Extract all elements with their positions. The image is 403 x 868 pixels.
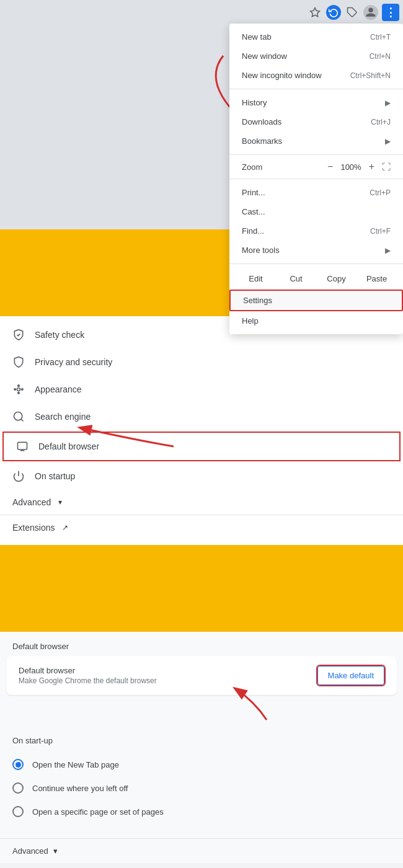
default-browser-card-title: Default browser — [19, 666, 157, 675]
star-icon[interactable] — [308, 5, 322, 20]
extensions-row[interactable]: Extensions ↗ — [0, 515, 403, 540]
startup-section-header: On start-up — [12, 736, 391, 745]
startup-option-specific-page[interactable]: Open a specific page or set of pages — [12, 800, 391, 823]
svg-point-5 — [22, 389, 24, 391]
edit-button[interactable]: Edit — [236, 270, 276, 287]
menu-item-find[interactable]: Find... Ctrl+F — [229, 221, 403, 241]
default-browser-content: Default browser Default browser Make Goo… — [0, 632, 403, 863]
privacy-icon — [12, 356, 25, 368]
appearance-icon — [12, 383, 25, 396]
menu-divider-3 — [229, 179, 403, 179]
menu-divider-4 — [229, 264, 403, 264]
menu-item-new-window[interactable]: New window Ctrl+N — [229, 46, 403, 66]
menu-divider-1 — [229, 89, 403, 89]
sidebar-item-on-startup[interactable]: On startup — [0, 463, 403, 490]
copy-button[interactable]: Copy — [316, 270, 356, 287]
radio-continue[interactable] — [12, 782, 24, 794]
radio-specific-page[interactable] — [12, 806, 24, 817]
sidebar-item-default-browser[interactable]: Default browser — [2, 432, 401, 461]
menu-item-settings[interactable]: Settings — [229, 290, 403, 311]
chrome-refresh-icon[interactable] — [326, 5, 341, 20]
menu-divider-2 — [229, 154, 403, 155]
menu-item-print[interactable]: Print... Ctrl+P — [229, 183, 403, 202]
svg-rect-10 — [18, 442, 27, 450]
svg-point-8 — [14, 412, 22, 420]
yellow-section-2 — [0, 545, 403, 632]
advanced-row[interactable]: Advanced ▾ — [0, 490, 403, 515]
svg-marker-0 — [311, 8, 320, 17]
browser-dropdown-menu: New tab Ctrl+T New window Ctrl+N New inc… — [229, 24, 403, 334]
paste-button[interactable]: Paste — [356, 270, 397, 287]
menu-item-downloads[interactable]: Downloads Ctrl+J — [229, 112, 403, 131]
svg-point-3 — [17, 388, 20, 391]
fullscreen-button[interactable]: ⛶ — [382, 162, 391, 172]
avatar-icon[interactable] — [363, 5, 378, 20]
radio-new-tab[interactable] — [12, 759, 24, 770]
sidebar-item-appearance[interactable]: Appearance — [0, 376, 403, 403]
startup-option-new-tab[interactable]: Open the New Tab page — [12, 753, 391, 776]
menu-item-bookmarks[interactable]: Bookmarks ▶ — [229, 131, 403, 151]
default-browser-card-subtitle: Make Google Chrome the default browser — [19, 676, 157, 685]
menu-item-cast[interactable]: Cast... — [229, 202, 403, 221]
zoom-value: 100% — [340, 162, 361, 172]
bottom-advanced-arrow-icon: ▾ — [53, 846, 58, 856]
on-startup-icon — [12, 470, 25, 482]
sidebar-item-privacy-security[interactable]: Privacy and security — [0, 348, 403, 376]
startup-section: On start-up Open the New Tab page Contin… — [0, 726, 403, 828]
zoom-plus-button[interactable]: + — [369, 161, 374, 172]
edit-row: Edit Cut Copy Paste — [229, 268, 403, 290]
search-engine-icon — [12, 410, 25, 423]
default-browser-card: Default browser Make Google Chrome the d… — [6, 656, 397, 695]
bottom-advanced-row[interactable]: Advanced ▾ — [0, 838, 403, 863]
safety-check-icon — [12, 329, 25, 341]
cut-button[interactable]: Cut — [276, 270, 316, 287]
menu-item-more-tools[interactable]: More tools ▶ — [229, 241, 403, 260]
menu-item-help[interactable]: Help — [229, 311, 403, 330]
startup-option-continue[interactable]: Continue where you left off — [12, 776, 391, 800]
menu-item-history[interactable]: History ▶ — [229, 93, 403, 112]
zoom-minus-button[interactable]: − — [327, 161, 333, 172]
default-browser-section-header: Default browser — [0, 632, 403, 656]
default-browser-card-text: Default browser Make Google Chrome the d… — [19, 666, 157, 685]
svg-line-9 — [21, 419, 24, 422]
settings-sidebar: Safety check Privacy and security Appear… — [0, 316, 403, 545]
make-default-button[interactable]: Make default — [317, 666, 384, 685]
svg-point-7 — [14, 389, 16, 391]
three-dots-menu-button[interactable]: ⋮ — [382, 4, 399, 21]
svg-point-6 — [18, 392, 20, 394]
arrow-to-make-default — [174, 683, 298, 726]
advanced-chevron-icon: ▾ — [58, 498, 62, 507]
menu-item-new-tab[interactable]: New tab Ctrl+T — [229, 27, 403, 46]
svg-point-4 — [18, 385, 20, 387]
external-link-icon: ↗ — [62, 523, 68, 532]
sidebar-item-search-engine[interactable]: Search engine — [0, 403, 403, 430]
zoom-control: Zoom − 100% + ⛶ — [229, 159, 403, 175]
default-browser-icon — [16, 440, 29, 453]
puzzle-icon[interactable] — [345, 5, 360, 20]
menu-item-new-incognito[interactable]: New incognito window Ctrl+Shift+N — [229, 66, 403, 85]
